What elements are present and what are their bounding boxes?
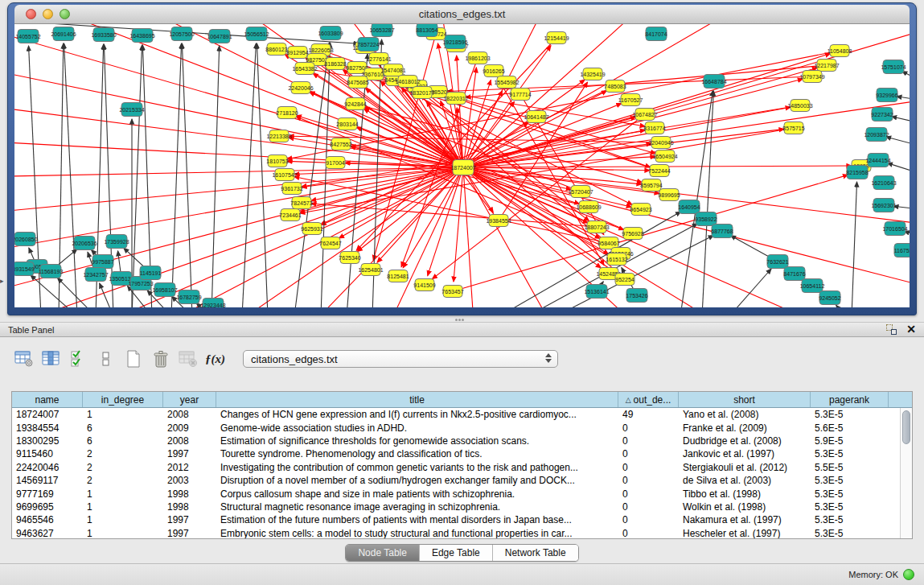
table-cell: 2: [83, 461, 163, 474]
graph-node-label: 19384554: [486, 218, 511, 224]
tab-network-table[interactable]: Network Table: [493, 545, 578, 561]
memory-ok-indicator[interactable]: [903, 569, 914, 580]
minimize-window-button[interactable]: [43, 9, 53, 19]
citation-edge-black: [897, 97, 910, 99]
column-select-button[interactable]: [40, 348, 62, 369]
graph-node-label: 19861203: [465, 56, 490, 61]
graph-node-label: 18807243: [584, 225, 609, 230]
graph-node-label: 10653287: [369, 27, 394, 33]
table-row[interactable]: 969969511998Structural magnetic resonanc…: [12, 501, 912, 513]
graph-node-label: 8575715: [782, 126, 804, 131]
column-header-name[interactable]: name: [12, 392, 83, 407]
graph-node-label: 6877768: [711, 229, 733, 234]
column-header-in-degree[interactable]: in_degree: [83, 392, 163, 407]
graph-node-label: 18320177: [409, 90, 434, 96]
row-pair-button[interactable]: [95, 348, 117, 369]
table-row[interactable]: 1830029562008Estimation of significance …: [12, 435, 912, 447]
table-row[interactable]: 2242004622012Investigating the contribut…: [12, 461, 912, 474]
table-row[interactable]: 977716911998Corpus callosum shape and si…: [12, 487, 912, 500]
graph-node-label: 1810753: [266, 159, 288, 164]
table-cell: 9465546: [12, 513, 83, 526]
table-cell: 0: [618, 501, 679, 513]
citation-edge-black: [257, 43, 268, 307]
graph-node-label: 14055752: [15, 34, 40, 39]
graph-node-label: 10647891: [207, 34, 232, 39]
citation-edge-red: [14, 167, 463, 178]
graph-node-label: 14325419: [580, 72, 605, 77]
table-row[interactable]: 1456911722003Disruption of a novel membe…: [12, 474, 912, 487]
graph-node-label: 2718120: [276, 110, 298, 116]
column-header-title[interactable]: title: [216, 392, 618, 407]
graph-node-label: 9016265: [483, 68, 504, 74]
close-window-button[interactable]: [26, 9, 36, 19]
table-cell: 0: [618, 447, 679, 460]
graph-node-label: 16958107: [152, 287, 177, 293]
table-selector-value: citations_edges.txt: [251, 353, 338, 365]
table-row[interactable]: 1938455462009Genome-wide association stu…: [12, 421, 912, 434]
graph-node-label: 16210643: [871, 180, 896, 186]
collapse-arrow-icon[interactable]: ▸: [0, 277, 4, 285]
graph-node-label: 9242844: [344, 101, 366, 107]
graph-node-label: 9899695: [658, 192, 680, 198]
graph-node-label: 16438695: [129, 33, 154, 39]
delete-trash-button[interactable]: [150, 348, 171, 369]
float-panel-icon[interactable]: [886, 324, 897, 335]
graph-node-label: 917004: [326, 160, 344, 166]
table-cell: 5.3E-5: [811, 474, 889, 487]
graph-node-label: 1145191: [140, 270, 162, 276]
graph-node-label: 15136141: [584, 289, 609, 295]
graph-node-label: 8475685: [347, 80, 368, 85]
graph-node-label: 14618012: [395, 79, 420, 84]
citation-edge-red: [302, 105, 800, 187]
tab-edge-table[interactable]: Edge Table: [420, 545, 493, 561]
network-window-titlebar[interactable]: citations_edges.txt: [14, 5, 910, 24]
graph-node-label: 7234461: [279, 212, 301, 218]
select-checks-button[interactable]: [68, 348, 89, 369]
zoom-window-button[interactable]: [60, 9, 70, 19]
table-cell: Dudbridge et al. (2008): [679, 435, 811, 447]
citation-edge-black: [321, 43, 331, 307]
close-panel-icon[interactable]: ✕: [906, 324, 916, 335]
table-cell: 1997: [163, 447, 216, 460]
column-header-out-de-[interactable]: △out_de...: [618, 392, 679, 407]
network-window: citations_edges.txt 18724007886012389129…: [7, 2, 917, 315]
tab-node-table[interactable]: Node Table: [346, 545, 420, 561]
table-cell: Embryonic stem cells: a model to study s…: [216, 527, 618, 539]
table-cell: Estimation of the future numbers of pati…: [216, 513, 618, 526]
graph-node-label: 8215958: [846, 170, 868, 175]
new-document-button[interactable]: [122, 348, 144, 369]
table-cell: 2008: [163, 435, 216, 447]
graph-node-label: 9358922: [695, 216, 717, 222]
graph-node-label: 16033809: [318, 31, 343, 36]
table-selector-dropdown[interactable]: citations_edges.txt: [243, 350, 558, 368]
graph-node-label: 9227342: [871, 112, 893, 117]
table-row[interactable]: 946362711997Embryonic stem cells: a mode…: [12, 527, 912, 539]
table-row[interactable]: 946554611997Estimation of the future num…: [12, 513, 912, 526]
citation-edge-red: [14, 24, 463, 167]
graph-node-label: 1640954: [678, 204, 700, 210]
graph-node-label: 7485083: [604, 84, 626, 89]
function-fx-button[interactable]: ƒ(x): [204, 348, 226, 369]
column-header-year[interactable]: year: [163, 392, 216, 407]
table-scrollbar[interactable]: [900, 408, 912, 538]
graph-node-label: 15474081: [380, 68, 405, 73]
table-settings-button[interactable]: [13, 348, 35, 369]
column-header-short[interactable]: short: [679, 392, 811, 407]
table-row[interactable]: 1872400712008Changes of HCN gene express…: [12, 408, 912, 421]
graph-node-label: 11054808: [827, 48, 852, 54]
column-header-pagerank[interactable]: pagerank: [811, 392, 889, 407]
graph-node-label: 12923448: [200, 303, 225, 308]
graph-node-label: 16543382: [292, 66, 317, 72]
table-cell: 9115460: [12, 447, 83, 460]
graph-node-label: 7653457: [441, 289, 463, 295]
table-cell: 1997: [163, 527, 216, 539]
table-cell: 1998: [163, 487, 216, 500]
network-canvas[interactable]: 1872400788601238912954182260589827502165…: [14, 24, 910, 307]
citation-edge-black: [211, 46, 220, 307]
graph-node-label: 1615132: [606, 257, 627, 262]
citation-edge-black: [852, 182, 857, 307]
graph-node-label: 16782759: [176, 295, 201, 300]
graph-node-label: 15056512: [244, 31, 269, 37]
scrollbar-thumb[interactable]: [902, 410, 910, 444]
table-row[interactable]: 911546021997Tourette syndrome. Phenomeno…: [12, 447, 912, 460]
